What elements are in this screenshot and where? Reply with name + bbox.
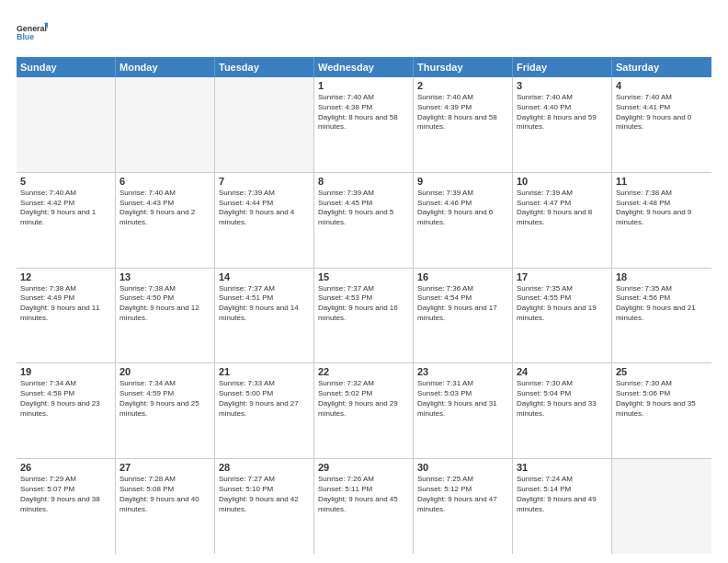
empty-cell-0-1	[116, 77, 215, 172]
day-number: 20	[119, 366, 210, 377]
day-cell-13: 13Sunrise: 7:38 AM Sunset: 4:50 PM Dayli…	[116, 269, 215, 363]
day-info: Sunrise: 7:38 AM Sunset: 4:49 PM Dayligh…	[20, 284, 111, 324]
day-cell-17: 17Sunrise: 7:35 AM Sunset: 4:55 PM Dayli…	[513, 269, 612, 363]
day-number: 19	[20, 366, 111, 377]
day-info: Sunrise: 7:37 AM Sunset: 4:53 PM Dayligh…	[318, 284, 409, 324]
day-cell-14: 14Sunrise: 7:37 AM Sunset: 4:51 PM Dayli…	[215, 269, 314, 363]
day-info: Sunrise: 7:24 AM Sunset: 5:14 PM Dayligh…	[517, 475, 608, 514]
day-info: Sunrise: 7:40 AM Sunset: 4:40 PM Dayligh…	[517, 93, 608, 132]
calendar-header-row: SundayMondayTuesdayWednesdayThursdayFrid…	[17, 57, 711, 77]
day-number: 26	[20, 462, 111, 473]
header-cell-thursday: Thursday	[414, 57, 513, 77]
calendar: SundayMondayTuesdayWednesdayThursdayFrid…	[17, 57, 711, 554]
day-number: 13	[119, 271, 210, 282]
day-info: Sunrise: 7:40 AM Sunset: 4:43 PM Dayligh…	[119, 189, 210, 228]
day-number: 31	[517, 462, 608, 473]
day-number: 5	[20, 176, 111, 187]
calendar-body: 1Sunrise: 7:40 AM Sunset: 4:38 PM Daylig…	[17, 77, 711, 554]
day-number: 15	[318, 271, 409, 282]
day-cell-8: 8Sunrise: 7:39 AM Sunset: 4:45 PM Daylig…	[314, 173, 414, 268]
day-cell-19: 19Sunrise: 7:34 AM Sunset: 4:58 PM Dayli…	[17, 363, 116, 458]
day-number: 27	[119, 462, 210, 473]
day-info: Sunrise: 7:26 AM Sunset: 5:11 PM Dayligh…	[318, 475, 409, 514]
day-cell-29: 29Sunrise: 7:26 AM Sunset: 5:11 PM Dayli…	[314, 459, 414, 554]
day-cell-24: 24Sunrise: 7:30 AM Sunset: 5:04 PM Dayli…	[513, 363, 612, 458]
day-info: Sunrise: 7:34 AM Sunset: 4:58 PM Dayligh…	[20, 379, 111, 419]
day-number: 1	[318, 80, 409, 91]
empty-cell-4-6	[612, 459, 711, 554]
day-cell-4: 4Sunrise: 7:40 AM Sunset: 4:41 PM Daylig…	[612, 77, 711, 172]
day-cell-18: 18Sunrise: 7:35 AM Sunset: 4:56 PM Dayli…	[612, 269, 711, 363]
day-number: 11	[616, 176, 708, 187]
generalblue-logo-icon: General Blue	[17, 17, 48, 48]
day-cell-15: 15Sunrise: 7:37 AM Sunset: 4:53 PM Dayli…	[314, 269, 414, 363]
day-number: 14	[219, 271, 310, 282]
day-cell-11: 11Sunrise: 7:38 AM Sunset: 4:48 PM Dayli…	[612, 173, 711, 268]
header-cell-wednesday: Wednesday	[314, 57, 414, 77]
day-number: 12	[20, 271, 111, 282]
day-info: Sunrise: 7:30 AM Sunset: 5:04 PM Dayligh…	[517, 379, 608, 419]
day-info: Sunrise: 7:39 AM Sunset: 4:46 PM Dayligh…	[417, 189, 508, 228]
day-info: Sunrise: 7:25 AM Sunset: 5:12 PM Dayligh…	[417, 475, 508, 514]
empty-cell-0-0	[17, 77, 116, 172]
header-cell-friday: Friday	[513, 57, 612, 77]
day-number: 8	[318, 176, 409, 187]
day-info: Sunrise: 7:33 AM Sunset: 5:00 PM Dayligh…	[219, 379, 310, 419]
header-cell-monday: Monday	[116, 57, 215, 77]
logo: General Blue	[17, 17, 48, 48]
day-number: 21	[219, 366, 310, 377]
day-info: Sunrise: 7:34 AM Sunset: 4:59 PM Dayligh…	[119, 379, 210, 419]
day-cell-22: 22Sunrise: 7:32 AM Sunset: 5:02 PM Dayli…	[314, 363, 414, 458]
day-cell-31: 31Sunrise: 7:24 AM Sunset: 5:14 PM Dayli…	[513, 459, 612, 554]
day-info: Sunrise: 7:39 AM Sunset: 4:44 PM Dayligh…	[219, 189, 310, 228]
day-cell-1: 1Sunrise: 7:40 AM Sunset: 4:38 PM Daylig…	[314, 77, 414, 172]
day-info: Sunrise: 7:27 AM Sunset: 5:10 PM Dayligh…	[219, 475, 310, 514]
day-cell-5: 5Sunrise: 7:40 AM Sunset: 4:42 PM Daylig…	[17, 173, 116, 268]
day-cell-16: 16Sunrise: 7:36 AM Sunset: 4:54 PM Dayli…	[414, 269, 513, 363]
day-number: 17	[517, 271, 608, 282]
day-cell-28: 28Sunrise: 7:27 AM Sunset: 5:10 PM Dayli…	[215, 459, 314, 554]
day-info: Sunrise: 7:35 AM Sunset: 4:55 PM Dayligh…	[517, 284, 608, 324]
day-cell-27: 27Sunrise: 7:28 AM Sunset: 5:08 PM Dayli…	[116, 459, 215, 554]
day-number: 18	[616, 271, 708, 282]
day-number: 9	[417, 176, 508, 187]
day-cell-23: 23Sunrise: 7:31 AM Sunset: 5:03 PM Dayli…	[414, 363, 513, 458]
day-cell-26: 26Sunrise: 7:29 AM Sunset: 5:07 PM Dayli…	[17, 459, 116, 554]
day-cell-3: 3Sunrise: 7:40 AM Sunset: 4:40 PM Daylig…	[513, 77, 612, 172]
empty-cell-0-2	[215, 77, 314, 172]
header-cell-saturday: Saturday	[612, 57, 711, 77]
day-number: 25	[616, 366, 708, 377]
day-number: 2	[417, 80, 508, 91]
day-cell-6: 6Sunrise: 7:40 AM Sunset: 4:43 PM Daylig…	[116, 173, 215, 268]
day-info: Sunrise: 7:35 AM Sunset: 4:56 PM Dayligh…	[616, 284, 708, 324]
day-number: 4	[616, 80, 708, 91]
day-number: 7	[219, 176, 310, 187]
day-info: Sunrise: 7:40 AM Sunset: 4:42 PM Dayligh…	[20, 189, 111, 228]
calendar-row-0: 1Sunrise: 7:40 AM Sunset: 4:38 PM Daylig…	[17, 77, 711, 173]
day-cell-21: 21Sunrise: 7:33 AM Sunset: 5:00 PM Dayli…	[215, 363, 314, 458]
day-info: Sunrise: 7:39 AM Sunset: 4:45 PM Dayligh…	[318, 189, 409, 228]
day-cell-10: 10Sunrise: 7:39 AM Sunset: 4:47 PM Dayli…	[513, 173, 612, 268]
day-info: Sunrise: 7:30 AM Sunset: 5:06 PM Dayligh…	[616, 379, 708, 419]
day-number: 3	[517, 80, 608, 91]
calendar-row-2: 12Sunrise: 7:38 AM Sunset: 4:49 PM Dayli…	[17, 269, 711, 364]
day-info: Sunrise: 7:40 AM Sunset: 4:41 PM Dayligh…	[616, 93, 708, 132]
calendar-row-3: 19Sunrise: 7:34 AM Sunset: 4:58 PM Dayli…	[17, 363, 711, 459]
day-info: Sunrise: 7:29 AM Sunset: 5:07 PM Dayligh…	[20, 475, 111, 514]
day-number: 30	[417, 462, 508, 473]
header: General Blue	[17, 17, 711, 48]
calendar-row-1: 5Sunrise: 7:40 AM Sunset: 4:42 PM Daylig…	[17, 173, 711, 269]
day-info: Sunrise: 7:28 AM Sunset: 5:08 PM Dayligh…	[119, 475, 210, 514]
day-number: 24	[517, 366, 608, 377]
day-cell-20: 20Sunrise: 7:34 AM Sunset: 4:59 PM Dayli…	[116, 363, 215, 458]
day-info: Sunrise: 7:36 AM Sunset: 4:54 PM Dayligh…	[417, 284, 508, 324]
day-number: 6	[119, 176, 210, 187]
day-number: 22	[318, 366, 409, 377]
calendar-row-4: 26Sunrise: 7:29 AM Sunset: 5:07 PM Dayli…	[17, 459, 711, 554]
header-cell-sunday: Sunday	[17, 57, 116, 77]
day-number: 29	[318, 462, 409, 473]
day-cell-12: 12Sunrise: 7:38 AM Sunset: 4:49 PM Dayli…	[17, 269, 116, 363]
day-cell-30: 30Sunrise: 7:25 AM Sunset: 5:12 PM Dayli…	[414, 459, 513, 554]
day-info: Sunrise: 7:38 AM Sunset: 4:50 PM Dayligh…	[119, 284, 210, 324]
day-info: Sunrise: 7:40 AM Sunset: 4:39 PM Dayligh…	[417, 93, 508, 132]
